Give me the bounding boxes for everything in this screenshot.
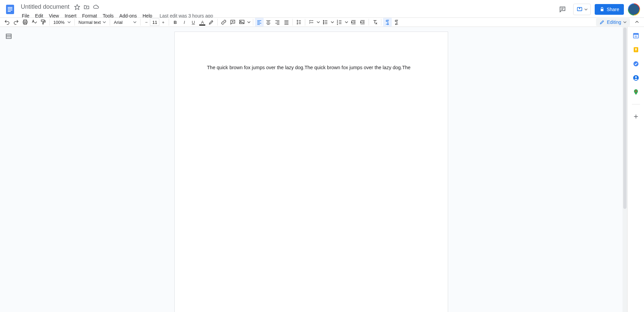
numbered-list-button[interactable]: 123: [335, 18, 344, 27]
italic-button[interactable]: I: [180, 18, 189, 27]
page-area[interactable]: The quick brown fox jumps over the lazy …: [0, 27, 623, 312]
svg-rect-0: [6, 5, 14, 14]
font-select[interactable]: Arial: [112, 18, 139, 27]
insert-link-button[interactable]: [219, 18, 228, 27]
present-button[interactable]: [573, 4, 591, 15]
svg-point-72: [635, 90, 636, 92]
underline-button[interactable]: U: [189, 18, 198, 27]
separator: [381, 19, 381, 26]
calendar-app-icon[interactable]: 31: [633, 32, 639, 39]
style-value: Normal text: [78, 20, 101, 25]
add-app-icon[interactable]: [633, 113, 639, 120]
contacts-app-icon[interactable]: [633, 75, 639, 81]
comment-history-icon[interactable]: [556, 3, 569, 16]
cloud-status-icon[interactable]: [93, 4, 99, 10]
font-value: Arial: [114, 20, 122, 25]
font-size-decrease[interactable]: −: [143, 18, 150, 26]
separator: [305, 19, 305, 26]
svg-rect-1: [8, 7, 12, 8]
svg-rect-60: [6, 34, 11, 38]
separator: [74, 19, 75, 26]
chevron-down-icon: [133, 20, 137, 24]
chevron-down-icon: [584, 8, 588, 11]
insert-comment-button[interactable]: [228, 18, 237, 27]
collapse-toolbar-button[interactable]: [633, 18, 641, 27]
side-panel-divider: [632, 104, 640, 104]
decrease-indent-button[interactable]: [349, 18, 358, 27]
font-size-input[interactable]: [150, 18, 159, 26]
svg-rect-3: [8, 10, 12, 10]
bullet-list-button[interactable]: [321, 18, 330, 27]
spellcheck-button[interactable]: [30, 18, 39, 27]
svg-rect-68: [636, 50, 636, 51]
svg-point-38: [323, 20, 324, 21]
chevron-down-icon: [623, 20, 627, 24]
document-page[interactable]: The quick brown fox jumps over the lazy …: [174, 32, 448, 312]
scrollbar[interactable]: [623, 27, 627, 312]
svg-text:31: 31: [634, 35, 637, 38]
separator: [217, 19, 218, 26]
separator: [49, 19, 50, 26]
font-size-increase[interactable]: +: [159, 18, 167, 26]
title-row: Untitled document: [19, 3, 556, 11]
share-button[interactable]: Share: [595, 4, 624, 15]
keep-app-icon[interactable]: [633, 46, 639, 53]
clear-formatting-button[interactable]: [371, 18, 379, 27]
chevron-down-icon: [67, 20, 71, 24]
toolbar-right: Editing: [596, 18, 641, 27]
toolbar: 100% Normal text Arial − + B I U A: [0, 17, 644, 27]
align-left-button[interactable]: [255, 18, 264, 27]
numbered-list-dropdown[interactable]: [344, 18, 349, 27]
separator: [140, 19, 141, 26]
bold-button[interactable]: B: [171, 18, 179, 27]
insert-image-button[interactable]: [237, 18, 246, 27]
svg-point-71: [635, 76, 637, 78]
bullet-list-dropdown[interactable]: [330, 18, 335, 27]
separator: [292, 19, 293, 26]
align-justify-button[interactable]: [282, 18, 291, 27]
svg-rect-12: [41, 20, 44, 21]
checklist-dropdown[interactable]: [316, 18, 321, 27]
rtl-button[interactable]: [392, 18, 401, 27]
editing-mode-select[interactable]: Editing: [596, 18, 630, 26]
header-right: Share: [556, 3, 640, 16]
share-label: Share: [607, 7, 619, 12]
align-right-button[interactable]: [273, 18, 282, 27]
highlight-color-button[interactable]: [207, 18, 216, 27]
docs-logo-icon[interactable]: [4, 3, 16, 15]
svg-rect-4: [8, 11, 11, 12]
undo-button[interactable]: [3, 18, 11, 27]
checklist-button[interactable]: [307, 18, 316, 27]
redo-button[interactable]: [12, 18, 20, 27]
scrollbar-thumb[interactable]: [623, 28, 627, 209]
lock-icon: [599, 7, 605, 12]
tasks-app-icon[interactable]: [633, 60, 639, 67]
print-button[interactable]: [21, 18, 30, 27]
zoom-select[interactable]: 100%: [51, 18, 73, 27]
document-text[interactable]: The quick brown fox jumps over the lazy …: [207, 64, 416, 71]
svg-rect-2: [8, 8, 12, 9]
increase-indent-button[interactable]: [358, 18, 367, 27]
paragraph-style-select[interactable]: Normal text: [76, 18, 108, 27]
font-size-group: − +: [142, 18, 167, 26]
pencil-icon: [599, 19, 605, 25]
star-icon[interactable]: [74, 4, 80, 10]
align-center-button[interactable]: [264, 18, 273, 27]
maps-app-icon[interactable]: [633, 89, 639, 95]
line-spacing-button[interactable]: [294, 18, 303, 27]
zoom-value: 100%: [53, 20, 64, 25]
outline-toggle-icon[interactable]: [5, 33, 12, 40]
doc-title[interactable]: Untitled document: [19, 3, 71, 11]
move-icon[interactable]: [84, 4, 90, 10]
account-avatar[interactable]: [628, 3, 640, 15]
separator: [253, 19, 253, 26]
mode-label: Editing: [607, 19, 621, 25]
separator: [369, 19, 369, 26]
svg-marker-5: [75, 4, 80, 9]
paint-format-button[interactable]: [39, 18, 48, 27]
svg-point-67: [635, 48, 637, 50]
svg-text:3: 3: [337, 23, 338, 25]
text-color-button[interactable]: A: [198, 18, 207, 27]
ltr-button[interactable]: [383, 18, 392, 27]
insert-image-dropdown[interactable]: [247, 18, 251, 27]
